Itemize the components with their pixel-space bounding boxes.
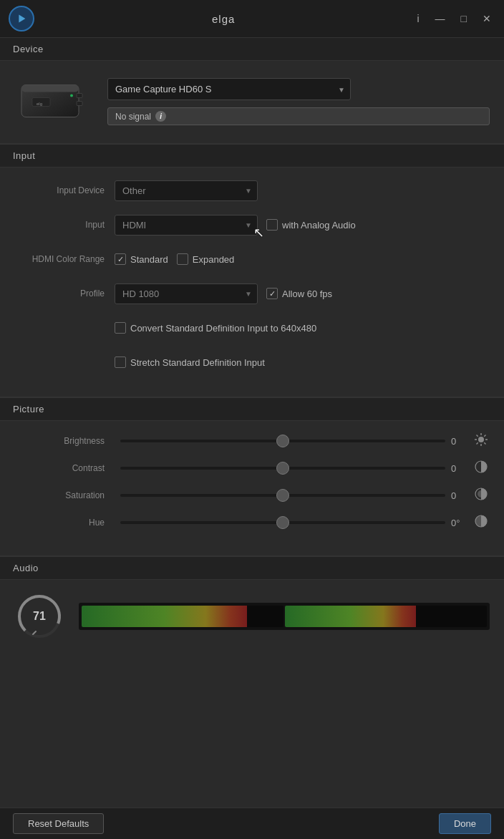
expanded-label: Expanded [193,254,235,265]
convert-sd-option[interactable]: Convert Standard Definition Input to 640… [115,322,316,334]
contrast-value: 0 [451,463,472,474]
device-section: elg Game Capture HD60 S No signal i [0,61,504,143]
stretch-sd-checkbox[interactable] [115,357,126,368]
audio-section-header: Audio [0,556,504,580]
minimize-button[interactable]: — [431,10,450,27]
hue-value: 0° [451,518,472,528]
saturation-row: Saturation 0 [14,487,490,504]
input-content: HDMI with Analog Audio ↖ [115,215,490,236]
svg-line-23 [33,631,36,634]
input-device-content: Other [115,180,490,201]
saturation-icon [472,487,490,504]
svg-point-7 [70,94,73,97]
reset-defaults-button[interactable]: Reset Defaults [13,813,104,834]
svg-rect-5 [77,93,82,97]
svg-text:elg: elg [37,101,42,105]
svg-point-8 [478,437,484,442]
maximize-button[interactable]: □ [457,10,471,27]
saturation-label: Saturation [14,490,115,500]
info-button[interactable]: i [412,10,423,27]
svg-marker-0 [19,15,25,23]
svg-text:71: 71 [33,610,46,622]
saturation-thumb[interactable] [276,489,289,502]
input-device-label: Input Device [14,185,115,195]
picture-section: Brightness 0 Contr [0,421,504,556]
device-image: elg [14,74,93,127]
hue-slider[interactable] [120,521,445,524]
allow60fps-checkbox[interactable] [266,288,278,299]
input-device-dropdown[interactable]: Other [115,180,258,201]
device-dropdown[interactable]: Game Capture HD60 S [107,78,351,100]
convert-sd-row: Convert Standard Definition Input to 640… [14,315,490,341]
convert-sd-label: Convert Standard Definition Input to 640… [130,323,316,334]
allow60fps-option[interactable]: Allow 60 fps [266,288,332,299]
contrast-slider[interactable] [120,467,445,470]
standard-checkbox[interactable] [115,253,126,265]
convert-sd-checkbox[interactable] [115,322,126,334]
contrast-thumb[interactable] [276,462,289,475]
close-button[interactable]: ✕ [478,10,495,27]
analog-audio-checkbox[interactable] [266,219,278,231]
brightness-row: Brightness 0 [14,432,490,450]
hdmi-color-content: Standard Expanded [115,253,490,265]
stretch-sd-row: Stretch Standard Definition Input [14,349,490,375]
input-device-dropdown-wrapper[interactable]: Other [115,180,258,201]
brightness-value: 0 [451,436,472,447]
hue-row: Hue 0° [14,514,490,531]
stretch-sd-option[interactable]: Stretch Standard Definition Input [115,357,265,368]
brightness-thumb[interactable] [276,435,289,447]
profile-row: Profile HD 1080 Allow 60 fps [14,281,490,306]
profile-dropdown-wrapper[interactable]: HD 1080 [115,283,258,304]
contrast-icon [472,460,490,477]
audio-bar-fill-left [82,606,247,627]
device-dropdown-wrapper[interactable]: Game Capture HD60 S [107,78,351,100]
audio-section: 71 [0,580,504,656]
hdmi-color-label: HDMI Color Range [14,254,115,264]
profile-dropdown[interactable]: HD 1080 [115,283,258,304]
brightness-slider[interactable] [120,440,445,442]
no-signal-badge: No signal i [107,107,490,125]
profile-label: Profile [14,288,115,299]
audio-bar-right [285,606,487,627]
svg-rect-2 [21,84,79,92]
hue-icon [472,514,490,531]
input-section: Input Device Other Input HDMI [0,168,504,397]
expanded-checkbox[interactable] [177,253,188,265]
input-device-row: Input Device Other [14,178,490,203]
contrast-row: Contrast 0 [14,460,490,477]
done-button[interactable]: Done [439,813,491,834]
brightness-label: Brightness [14,436,115,446]
input-label: Input [14,220,115,230]
profile-content: HD 1080 Allow 60 fps [115,283,490,304]
allow60fps-label: Allow 60 fps [282,288,332,299]
saturation-value: 0 [451,490,472,501]
app-logo [9,6,34,31]
hdmi-color-row: HDMI Color Range Standard Expanded [14,246,490,272]
svg-line-16 [477,442,478,444]
audio-meter [79,603,490,630]
no-signal-info[interactable]: i [155,111,166,122]
input-dropdown[interactable]: HDMI [115,215,258,236]
analog-audio-label: with Analog Audio [282,220,356,231]
audio-bar-fill-right [285,606,416,627]
input-section-header: Input [0,144,504,168]
stretch-sd-content: Stretch Standard Definition Input [115,357,490,368]
input-dropdown-wrapper[interactable]: HDMI [115,215,258,236]
title-bar: elga i — □ ✕ [0,0,504,37]
volume-knob[interactable]: 71 [14,591,64,641]
contrast-label: Contrast [14,463,115,473]
expanded-option[interactable]: Expanded [177,253,235,265]
analog-audio-option[interactable]: with Analog Audio ↖ [266,219,356,231]
standard-option[interactable]: Standard [115,253,168,265]
device-section-header: Device [0,37,504,61]
window-controls: i — □ ✕ [412,10,495,27]
svg-line-13 [477,435,478,437]
hue-thumb[interactable] [276,516,289,529]
bottom-bar: Reset Defaults Done [0,808,504,839]
svg-rect-6 [77,101,82,105]
hue-label: Hue [14,518,115,528]
audio-bar-left [82,606,284,627]
saturation-slider[interactable] [120,494,445,497]
brightness-icon [472,432,490,450]
standard-label: Standard [130,254,168,265]
